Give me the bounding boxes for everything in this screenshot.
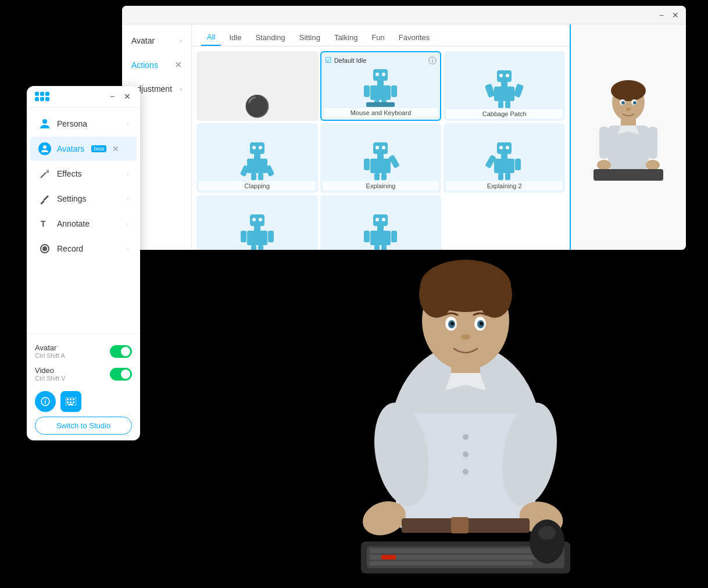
svg-point-40 [382, 73, 385, 76]
chevron-right-icon-2: › [180, 86, 182, 92]
default-idle-checkbox[interactable]: ☑ Default Idle [325, 56, 367, 64]
nav-item-effects[interactable]: Effects › [30, 162, 137, 186]
nav-item-annotate[interactable]: T Annotate › [30, 211, 137, 236]
tab-idle[interactable]: Idle [223, 30, 247, 45]
chevron-right-icon: › [180, 38, 182, 44]
svg-rect-53 [247, 159, 267, 173]
svg-point-109 [626, 107, 631, 111]
svg-rect-61 [377, 154, 384, 159]
info-icon[interactable]: ⓘ [428, 56, 437, 66]
svg-point-94 [376, 218, 379, 221]
svg-rect-27 [370, 555, 556, 560]
nav-menu: Persona › Avatars beta ✕ Effects › Setti… [27, 107, 140, 334]
video-toggle-label: Video [35, 366, 66, 375]
video-toggle-row: Video Ctrl Shift V [35, 363, 132, 385]
tabs-bar: All Idle Standing Sitting Talking Fun Fa… [192, 24, 570, 46]
avatars-label: Avatars [57, 144, 84, 153]
tab-talking[interactable]: Talking [328, 30, 363, 45]
tab-sitting[interactable]: Sitting [294, 30, 326, 45]
svg-rect-28 [370, 561, 532, 565]
svg-rect-123 [67, 399, 69, 400]
svg-point-76 [499, 146, 503, 149]
svg-rect-87 [373, 214, 388, 226]
switch-to-studio-button[interactable]: Switch to Studio [35, 417, 132, 435]
anim-cell-explaining[interactable]: Explaining [320, 123, 442, 193]
svg-rect-16 [451, 517, 469, 533]
annotate-label: Annotate [57, 219, 90, 228]
nav-item-persona[interactable]: Persona › [30, 112, 137, 136]
svg-point-23 [461, 334, 470, 340]
record-chevron: › [127, 246, 128, 252]
anim-cell-explaining2[interactable]: Explaining 2 [444, 123, 565, 193]
actions-content: All Idle Standing Sitting Talking Fun Fa… [192, 24, 570, 250]
panel-close-button[interactable]: ✕ [123, 92, 132, 101]
svg-rect-60 [373, 142, 388, 154]
dot4 [35, 97, 39, 101]
svg-rect-63 [364, 159, 370, 170]
tab-favorites[interactable]: Favorites [393, 30, 435, 45]
beta-badge: beta [91, 145, 106, 152]
svg-rect-47 [498, 101, 503, 108]
svg-rect-90 [364, 231, 370, 242]
svg-point-21 [450, 322, 454, 325]
actions-close-icon[interactable]: ✕ [174, 59, 182, 70]
svg-rect-99 [608, 126, 649, 169]
video-toggle-switch[interactable] [110, 368, 132, 381]
nav-item-avatars[interactable]: Avatars beta ✕ [30, 137, 137, 161]
anim-cell-default-idle[interactable]: ☑ Default Idle ⓘ [320, 51, 442, 121]
svg-rect-41 [366, 102, 395, 107]
sidebar-item-avatar[interactable]: Avatar › [122, 29, 191, 52]
sidebar-item-actions[interactable]: Actions ✕ [122, 52, 191, 77]
svg-rect-26 [370, 548, 556, 553]
nav-item-settings[interactable]: Settings › [30, 187, 137, 211]
tab-all[interactable]: All [201, 29, 221, 46]
avatar-toggle-switch[interactable] [110, 345, 132, 358]
svg-rect-29 [381, 555, 396, 560]
svg-point-58 [252, 146, 256, 149]
dot6 [45, 97, 49, 101]
svg-rect-46 [513, 84, 523, 98]
small-panel-titlebar: − ✕ [27, 86, 140, 107]
close-button[interactable]: ✕ [671, 10, 680, 20]
anim-cell-fiction[interactable]: Fiction [320, 195, 442, 250]
svg-point-102 [597, 160, 611, 170]
svg-rect-44 [494, 87, 514, 101]
robot-figure-clapping [238, 138, 276, 181]
annotate-chevron: › [127, 221, 128, 227]
info-button[interactable]: i [35, 391, 56, 412]
svg-rect-81 [241, 231, 246, 242]
main-panel-body: Avatar › Actions ✕ Adjustment › All Idle… [122, 24, 686, 250]
svg-rect-116 [40, 200, 45, 205]
svg-point-119 [42, 246, 47, 251]
svg-rect-83 [251, 245, 256, 250]
svg-rect-73 [515, 159, 521, 170]
anim-cell-cabbage-patch[interactable]: Cabbage Patch [444, 51, 565, 121]
svg-rect-88 [377, 226, 384, 231]
svg-rect-75 [505, 173, 510, 180]
anim-cell-clapping[interactable]: Clapping [196, 123, 318, 193]
anim-cell-explaining3[interactable]: Explaining 3 [196, 195, 318, 250]
avatar-toggle-label: Avatar [35, 343, 65, 352]
svg-point-22 [480, 322, 483, 325]
avatars-close-icon[interactable]: ✕ [112, 144, 119, 153]
robot-figure-explaining [362, 138, 399, 181]
person-icon [38, 117, 51, 130]
minimize-button[interactable]: − [657, 10, 666, 20]
persona-label: Persona [57, 119, 87, 128]
svg-rect-89 [370, 231, 391, 245]
tab-fun[interactable]: Fun [366, 30, 390, 45]
dot3 [45, 92, 49, 96]
keyboard-button[interactable] [60, 391, 81, 412]
tab-standing[interactable]: Standing [249, 30, 291, 45]
robot-figure-cabbage-patch [485, 66, 523, 109]
panel-minimize-button[interactable]: − [108, 92, 117, 101]
anim-cell-empty[interactable]: ⚫ [196, 51, 318, 121]
avatar-shortcut: Ctrl Shift A [35, 352, 65, 359]
nav-item-record[interactable]: Record › [30, 236, 137, 261]
svg-rect-104 [593, 169, 663, 181]
video-shortcut: Ctrl Shift V [35, 375, 66, 382]
svg-rect-69 [497, 142, 512, 154]
preview-panel [570, 24, 686, 250]
svg-rect-45 [485, 84, 495, 98]
svg-rect-33 [377, 81, 384, 85]
